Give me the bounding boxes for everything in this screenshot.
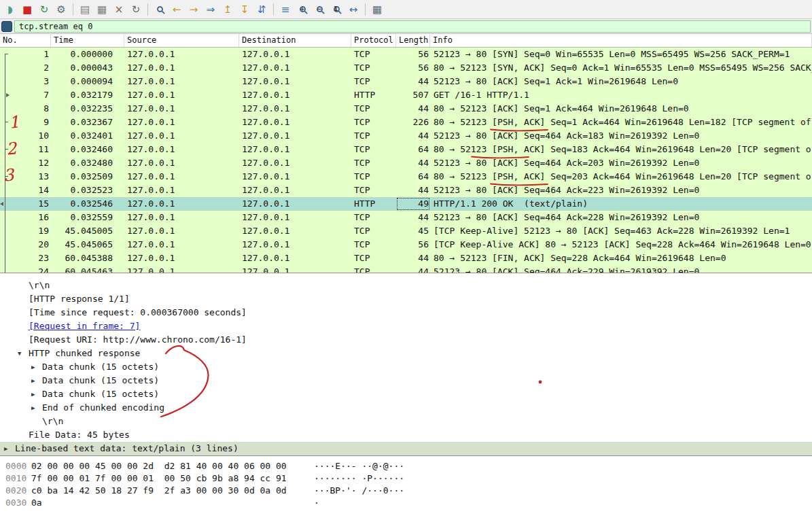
hex-row[interactable]: 00107f 00 00 01 7f 00 00 01 00 50 cb 9b … <box>5 472 812 485</box>
capture-stop-icon[interactable]: ■ <box>19 2 35 17</box>
detail-line[interactable]: ▶Data chunk (15 octets) <box>0 387 812 401</box>
file-reload-icon[interactable]: ↻ <box>128 2 144 17</box>
packet-row-9[interactable]: 90.032367127.0.0.1127.0.0.1TCP22680 → 52… <box>0 116 812 129</box>
cell-src: 127.0.0.1 <box>124 75 239 88</box>
col-header-no[interactable]: No. <box>0 34 51 47</box>
packet-row-14[interactable]: 140.032523127.0.0.1127.0.0.1TCP4452123 →… <box>0 184 812 197</box>
cell-dst: 127.0.0.1 <box>239 156 351 170</box>
cell-src: 127.0.0.1 <box>124 156 239 170</box>
packet-row-15[interactable]: 150.032546127.0.0.1127.0.0.1HTTP49HTTP/1… <box>0 197 812 211</box>
detail-line[interactable]: ▼HTTP chunked response <box>0 347 812 360</box>
packet-row-10[interactable]: 100.032401127.0.0.1127.0.0.1TCP4452123 →… <box>0 129 812 143</box>
packet-row-13[interactable]: 130.032509127.0.0.1127.0.0.1TCP6480 → 52… <box>0 170 812 184</box>
detail-line[interactable]: [HTTP response 1/1] <box>0 292 812 306</box>
cell-dst: 127.0.0.1 <box>239 211 351 224</box>
go-to-packet-icon[interactable]: ⇒ <box>202 2 219 17</box>
collapsed-arrow-icon[interactable]: ▶ <box>31 374 42 387</box>
detail-line[interactable]: [Time since request: 0.000367000 seconds… <box>0 306 812 319</box>
col-header-source[interactable]: Source <box>124 34 239 47</box>
col-header-protocol[interactable]: Protocol <box>351 34 396 47</box>
cell-proto: TCP <box>351 238 396 252</box>
go-forward-icon[interactable]: → <box>186 2 202 17</box>
collapsed-arrow-icon[interactable]: ▶ <box>31 360 42 374</box>
cell-time: 0.032559 <box>51 211 124 224</box>
wireshark-window: ◗■↻⚙▤▦×↻←→⇒↥↧⇵≡+−1↔▦ tcp.stream eq 0 No.… <box>0 0 812 520</box>
cell-src: 127.0.0.1 <box>124 129 239 143</box>
zoom-100-icon[interactable]: 1 <box>328 2 345 17</box>
detail-line[interactable]: ▶End of chunked encoding <box>0 401 812 415</box>
detail-line[interactable]: File Data: 45 bytes <box>0 428 812 442</box>
cell-no: 2 <box>11 61 51 75</box>
cell-time: 0.032235 <box>51 102 124 116</box>
packet-row-12[interactable]: 120.032480127.0.0.1127.0.0.1TCP4452123 →… <box>0 156 812 170</box>
cell-src: 127.0.0.1 <box>124 102 239 116</box>
stream-marker <box>0 170 11 184</box>
cell-time: 0.032523 <box>51 184 124 197</box>
stream-marker <box>0 224 11 238</box>
filter-bookmark-icon[interactable] <box>1 21 12 32</box>
file-save-icon[interactable]: ▦ <box>94 2 110 17</box>
detail-text: \r\n <box>29 279 50 292</box>
auto-scroll-icon[interactable]: ⇵ <box>253 2 270 17</box>
collapsed-arrow-icon[interactable]: ▶ <box>31 387 42 401</box>
packet-row-7[interactable]: 70.032179127.0.0.1127.0.0.1HTTP507GET /1… <box>0 88 812 102</box>
detail-text: Line-based text data: text/plain (3 line… <box>15 442 239 455</box>
cell-len: 507 <box>396 88 430 102</box>
packet-row-11[interactable]: 110.032460127.0.0.1127.0.0.1TCP6480 → 52… <box>0 143 812 156</box>
detail-line[interactable]: ▶Line-based text data: text/plain (3 lin… <box>0 442 812 455</box>
stream-marker <box>0 143 11 156</box>
collapsed-arrow-icon[interactable]: ▶ <box>31 401 42 415</box>
request-in-frame-link[interactable]: [Request in frame: 7] <box>0 319 812 333</box>
detail-line[interactable]: [Request URI: http://www.chrono.com/16-1… <box>0 333 812 347</box>
go-first-icon[interactable]: ↥ <box>219 2 236 17</box>
packet-row-19[interactable]: 1945.045005127.0.0.1127.0.0.1TCP45[TCP K… <box>0 224 812 238</box>
stream-marker <box>0 252 11 265</box>
capture-start-icon[interactable]: ◗ <box>2 2 18 17</box>
zoom-in-icon[interactable]: + <box>294 2 311 17</box>
file-open-icon[interactable]: ▤ <box>77 2 93 17</box>
cell-proto: TCP <box>351 48 396 61</box>
cell-len: 44 <box>396 184 430 197</box>
cell-proto: HTTP <box>351 197 396 211</box>
detail-line[interactable]: ▶Data chunk (15 octets) <box>0 360 812 374</box>
go-back-icon[interactable]: ← <box>169 2 185 17</box>
cell-time: 0.032546 <box>51 197 124 211</box>
go-last-icon[interactable]: ↧ <box>236 2 253 17</box>
packet-row-20[interactable]: 2045.045065127.0.0.1127.0.0.1TCP56[TCP K… <box>0 238 812 252</box>
cell-proto: TCP <box>351 170 396 184</box>
colorize-list-icon[interactable]: ≡ <box>277 2 294 17</box>
packet-row-8[interactable]: 80.032235127.0.0.1127.0.0.1TCP4480 → 521… <box>0 102 812 116</box>
detail-line[interactable]: \r\n <box>0 415 812 428</box>
hex-row[interactable]: 000002 00 00 00 45 00 00 2d d2 81 40 00 … <box>5 460 812 472</box>
hex-offset: 0020 <box>5 485 31 497</box>
hex-row[interactable]: 0020c0 ba 14 42 50 18 27 f9 2f a3 00 00 … <box>5 485 812 497</box>
zoom-out-icon[interactable]: − <box>311 2 328 17</box>
expanded-arrow-icon[interactable]: ▼ <box>18 347 29 360</box>
packet-row-2[interactable]: 20.000043127.0.0.1127.0.0.1TCP5680 → 521… <box>0 61 812 75</box>
detail-line[interactable]: \r\n <box>0 279 812 292</box>
detail-line[interactable]: ▶Data chunk (15 octets) <box>0 374 812 387</box>
packet-row-23[interactable]: 2360.045388127.0.0.1127.0.0.1TCP4480 → 5… <box>0 252 812 265</box>
hex-row[interactable]: 00300a· <box>5 497 812 509</box>
packet-row-3[interactable]: 30.000094127.0.0.1127.0.0.1TCP4452123 → … <box>0 75 812 88</box>
cell-no: 3 <box>11 75 51 88</box>
packet-row-16[interactable]: 160.032559127.0.0.1127.0.0.1TCP4452123 →… <box>0 211 812 224</box>
col-header-length[interactable]: Length <box>396 34 430 47</box>
capture-restart-icon[interactable]: ↻ <box>36 2 52 17</box>
col-header-info[interactable]: Info <box>430 34 812 47</box>
find-packet-icon[interactable] <box>152 2 168 17</box>
packet-row-24[interactable]: 2460.045463127.0.0.1127.0.0.1TCP4452123 … <box>0 265 812 273</box>
display-columns-icon[interactable]: ▦ <box>369 2 385 17</box>
resize-columns-icon[interactable]: ↔ <box>345 2 361 17</box>
collapsed-arrow-icon[interactable]: ▶ <box>4 442 15 455</box>
file-close-icon[interactable]: × <box>111 2 127 17</box>
detail-text: [Request URI: http://www.chrono.com/16-1… <box>29 333 247 347</box>
packet-row-1[interactable]: 10.000000127.0.0.1127.0.0.1TCP5652123 → … <box>0 48 812 61</box>
cell-no: 1 <box>11 48 51 61</box>
cell-len: 56 <box>396 238 430 252</box>
capture-options-icon[interactable]: ⚙ <box>53 2 69 17</box>
stream-marker <box>0 48 11 61</box>
display-filter-input[interactable]: tcp.stream eq 0 <box>14 20 811 33</box>
col-header-time[interactable]: Time <box>51 34 124 47</box>
col-header-destination[interactable]: Destination <box>239 34 351 47</box>
